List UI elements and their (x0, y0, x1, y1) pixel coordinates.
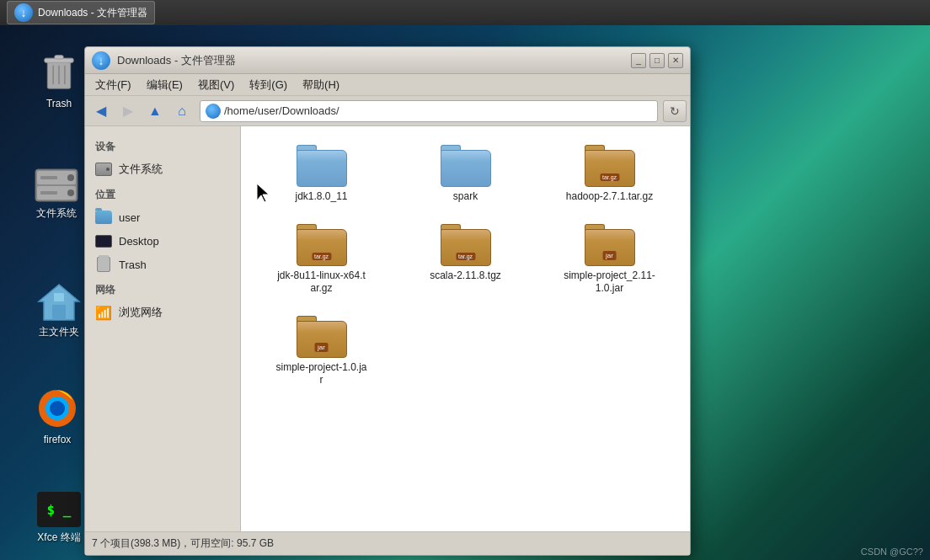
file-item-simple1[interactable]: jar simple-project-1.0.jar (253, 309, 390, 394)
titlebar: ↓ Downloads - 文件管理器 _ □ ✕ (85, 47, 690, 74)
desktop: ↓ Downloads - 文件管理器 Trash 文件系统 (0, 0, 930, 560)
sidebar-filesystem-icon (95, 161, 112, 178)
file-grid: jdk1.8.0_11 spark (249, 135, 681, 397)
file-label-simple2: simple-project_2.11-1.0.jar (564, 269, 656, 296)
sidebar-user-label: user (119, 211, 140, 224)
firefox-label: firefox (44, 434, 72, 445)
sidebar-trash-label: Trash (119, 259, 147, 271)
sidebar-item-network[interactable]: 📶 浏览网络 (85, 301, 240, 324)
svg-rect-15 (54, 293, 64, 301)
main-area: 设备 文件系统 位置 user (85, 126, 690, 531)
sidebar-filesystem-label: 文件系统 (119, 162, 163, 177)
file-content: jdk1.8.0_11 spark (241, 126, 690, 531)
file-item-jdk1[interactable]: jdk1.8.0_11 (253, 138, 390, 211)
jar-icon-simple2: jar (585, 224, 635, 266)
sidebar: 设备 文件系统 位置 user (85, 126, 241, 531)
address-bar[interactable]: /home/user/Downloads/ (200, 100, 658, 122)
svg-point-18 (50, 401, 65, 416)
menu-help[interactable]: 帮助(H) (296, 76, 346, 94)
sidebar-item-user[interactable]: user (85, 205, 240, 229)
desktop-icon-trash[interactable]: Trash (35, 51, 83, 113)
file-label-jdk1: jdk1.8.0_11 (295, 190, 347, 204)
menu-file[interactable]: 文件(F) (88, 76, 138, 94)
jar-icon-simple1: jar (297, 316, 347, 358)
sidebar-item-desktop[interactable]: Desktop (85, 229, 240, 253)
svg-rect-2 (55, 56, 63, 59)
taskbar: ↓ Downloads - 文件管理器 (0, 0, 930, 25)
file-item-hadoop[interactable]: tar.gz hadoop-2.7.1.tar.gz (541, 138, 678, 211)
window-app-icon: ↓ (92, 51, 110, 70)
terminal-icon: $ _ (37, 492, 81, 527)
trash-label: Trash (46, 98, 72, 109)
address-icon (206, 104, 221, 119)
folder-icon-spark (441, 145, 491, 187)
targz-icon-hadoop: tar.gz (585, 145, 635, 187)
refresh-button[interactable]: ↻ (663, 100, 687, 122)
home-icon (37, 281, 81, 322)
watermark: CSDN @GC?? (861, 547, 923, 557)
menu-edit[interactable]: 编辑(E) (140, 76, 190, 94)
svg-point-9 (67, 174, 74, 181)
sidebar-section-devices: 设备 (85, 136, 240, 157)
sidebar-user-icon (95, 209, 112, 226)
file-item-scala[interactable]: tar.gz scala-2.11.8.tgz (397, 217, 534, 302)
address-text: /home/user/Downloads/ (224, 104, 652, 117)
sidebar-desktop-label: Desktop (119, 235, 159, 248)
file-label-hadoop: hadoop-2.7.1.tar.gz (566, 190, 653, 204)
taskbar-app-filemanager[interactable]: ↓ Downloads - 文件管理器 (7, 1, 155, 24)
home-label: 主文件夹 (39, 325, 79, 339)
window-controls: _ □ ✕ (631, 53, 683, 68)
statusbar-text: 7 个项目(398.3 MB)，可用空间: 95.7 GB (92, 536, 274, 551)
terminal-label: Xfce 终端 (37, 531, 80, 545)
taskbar-app-icon: ↓ (14, 3, 33, 22)
svg-point-10 (67, 189, 74, 196)
taskbar-app-label: Downloads - 文件管理器 (38, 6, 147, 20)
file-label-jdk8: jdk-8u11-linux-x64.tar.gz (275, 269, 368, 296)
file-item-spark[interactable]: spark (397, 138, 534, 211)
file-manager-window: ↓ Downloads - 文件管理器 _ □ ✕ 文件(F) 编辑(E) 视图… (84, 46, 691, 556)
folder-icon-jdk1 (297, 145, 347, 187)
sidebar-item-filesystem[interactable]: 文件系统 (85, 157, 240, 181)
filesystem-label: 文件系统 (36, 206, 77, 221)
file-item-simple2[interactable]: jar simple-project_2.11-1.0.jar (541, 217, 678, 302)
window-minimize-button[interactable]: _ (631, 53, 646, 68)
filesystem-icon (34, 168, 79, 203)
desktop-icon-terminal[interactable]: $ _ Xfce 终端 (34, 488, 84, 548)
desktop-icon-filesystem[interactable]: 文件系统 (30, 164, 83, 224)
sidebar-desktop-icon (95, 232, 112, 249)
file-item-jdk8[interactable]: tar.gz jdk-8u11-linux-x64.tar.gz (253, 217, 390, 302)
svg-rect-14 (52, 305, 66, 320)
sidebar-network-icon: 📶 (95, 304, 112, 321)
file-label-spark: spark (453, 190, 478, 204)
desktop-icon-home[interactable]: 主文件夹 (34, 278, 84, 343)
trash-icon (39, 54, 79, 94)
forward-button[interactable]: ▶ (115, 99, 141, 123)
menubar: 文件(F) 编辑(E) 视图(V) 转到(G) 帮助(H) (85, 74, 690, 96)
home-button[interactable]: ⌂ (169, 99, 195, 123)
sidebar-network-label: 浏览网络 (119, 305, 163, 320)
firefox-icon (35, 387, 79, 430)
sidebar-item-trash[interactable]: Trash (85, 253, 240, 276)
targz-icon-scala: tar.gz (441, 224, 491, 266)
up-button[interactable]: ▲ (142, 99, 168, 123)
sidebar-section-places: 位置 (85, 184, 240, 205)
menu-goto[interactable]: 转到(G) (243, 76, 294, 94)
title-left: ↓ Downloads - 文件管理器 (92, 51, 236, 70)
sidebar-section-network: 网络 (85, 280, 240, 301)
desktop-icon-firefox[interactable]: firefox (32, 383, 83, 449)
sidebar-trash-icon (95, 256, 112, 273)
window-restore-button[interactable]: □ (649, 53, 665, 68)
file-label-scala: scala-2.11.8.tgz (430, 269, 501, 283)
svg-rect-12 (40, 191, 57, 195)
targz-icon-jdk8: tar.gz (297, 224, 347, 266)
menu-view[interactable]: 视图(V) (191, 76, 241, 94)
svg-rect-11 (40, 176, 57, 179)
window-title: Downloads - 文件管理器 (117, 53, 236, 68)
back-button[interactable]: ◀ (88, 99, 114, 123)
window-close-button[interactable]: ✕ (668, 53, 683, 68)
statusbar: 7 个项目(398.3 MB)，可用空间: 95.7 GB (85, 531, 690, 555)
file-label-simple1: simple-project-1.0.jar (275, 361, 368, 387)
toolbar: ◀ ▶ ▲ ⌂ /home/user/Downloads/ ↻ (85, 96, 690, 126)
